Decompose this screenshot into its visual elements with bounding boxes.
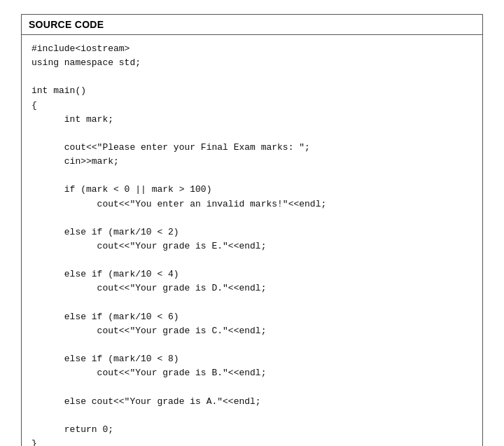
code-box: SOURCE CODE #include<iostream> using nam…: [21, 14, 483, 446]
header-prefix: SOURCE: [29, 19, 75, 30]
code-content: #include<iostream> using namespace std; …: [22, 35, 482, 446]
page-wrapper: SOURCE CODE #include<iostream> using nam…: [0, 0, 504, 446]
code-header: SOURCE CODE: [22, 15, 482, 35]
header-bold: CODE: [75, 19, 104, 30]
